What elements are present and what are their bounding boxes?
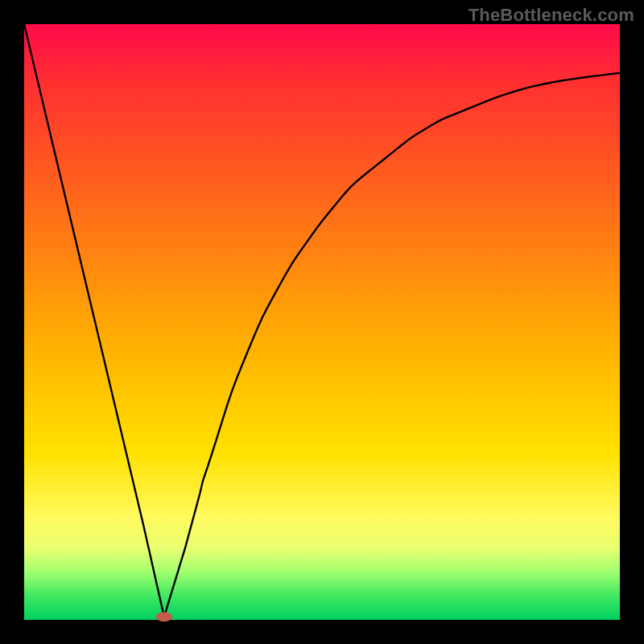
chart-frame: TheBottleneck.com (0, 0, 644, 644)
minimum-marker (156, 612, 172, 621)
curve-svg (24, 24, 620, 620)
bottleneck-curve-path (24, 24, 620, 617)
plot-area (24, 24, 620, 620)
watermark-text: TheBottleneck.com (469, 5, 634, 26)
